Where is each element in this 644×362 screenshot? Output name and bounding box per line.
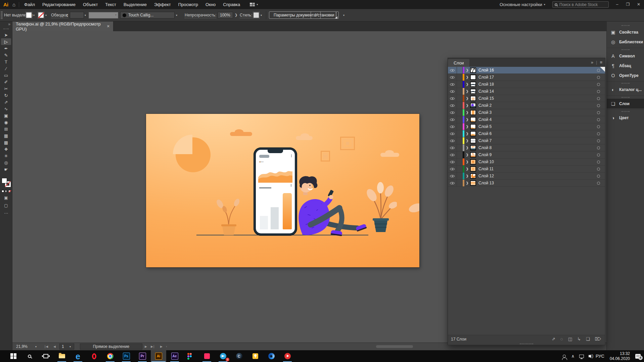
panel-resize-handle[interactable] — [448, 343, 605, 345]
menu-item-объект[interactable]: Объект — [79, 0, 101, 9]
type-tool[interactable]: T — [1, 58, 11, 65]
bounding-box-icon[interactable] — [336, 12, 336, 17]
dock-item-character[interactable]: AСимвол — [607, 51, 644, 61]
chevron-down-icon[interactable]: ▾ — [35, 343, 37, 350]
new-layer-icon[interactable]: ❏ — [586, 336, 590, 342]
expand-chevron-icon[interactable]: ❯ — [464, 146, 470, 149]
pen-tool[interactable]: ✒ — [1, 45, 11, 52]
clock[interactable]: 13:32 04.06.2020 — [610, 351, 630, 361]
layer-row[interactable]: ❯Слой 16 — [448, 67, 605, 74]
layer-name[interactable]: Слой 11 — [476, 167, 597, 171]
layer-name[interactable]: Слой 12 — [476, 174, 597, 178]
direct-selection-tool[interactable]: ▷ — [1, 38, 11, 45]
line-segment-tool[interactable]: ∕ — [1, 65, 11, 72]
visibility-cell[interactable] — [448, 88, 457, 95]
fill-color-swatch[interactable] — [26, 12, 32, 18]
expand-chevron-icon[interactable]: ❯ — [464, 69, 470, 72]
expand-chevron-icon[interactable]: ❯ — [464, 118, 470, 121]
expand-chevron-icon[interactable]: ❯ — [464, 90, 470, 93]
taskbar-illustrator[interactable]: Ai — [151, 350, 166, 362]
width-tool[interactable]: ∿ — [1, 105, 11, 112]
scissors-tool[interactable]: ✂ — [1, 85, 11, 92]
target-circle-icon[interactable] — [597, 153, 600, 156]
delete-layer-icon[interactable]: ⌦ — [595, 336, 601, 342]
visibility-cell[interactable] — [448, 137, 457, 144]
more-tools-icon[interactable]: ⋯ — [4, 211, 8, 216]
chevron-down-icon[interactable]: ▾ — [85, 14, 86, 17]
expand-chevron-icon[interactable]: ❯ — [464, 153, 470, 156]
none-button[interactable] — [8, 190, 11, 192]
taskbar-opera[interactable] — [86, 350, 102, 362]
layers-panel-tab[interactable]: Слои — [448, 59, 469, 67]
lock-cell[interactable] — [457, 180, 463, 186]
layer-name[interactable]: Слой 2 — [476, 103, 597, 108]
close-tab-icon[interactable]: ✕ — [104, 24, 110, 29]
visibility-cell[interactable] — [448, 67, 457, 74]
free-transform-tool[interactable]: ▣ — [1, 112, 11, 119]
curvature-tool[interactable]: ✎ — [1, 52, 11, 58]
layer-name[interactable]: Слой 16 — [476, 68, 597, 73]
expand-tools-icon[interactable]: » — [8, 22, 10, 27]
dock-item-layers[interactable]: ❏Слои — [607, 99, 644, 108]
prev-artboard-icon[interactable]: ◀ — [53, 343, 56, 350]
layer-row[interactable]: ❯Слой 5 — [448, 123, 605, 130]
expand-chevron-icon[interactable]: ❯ — [464, 125, 470, 128]
opacity-expand-icon[interactable]: ❯ — [235, 13, 237, 17]
layer-name[interactable]: Слой 15 — [476, 96, 597, 101]
menu-item-справка[interactable]: Справка — [219, 0, 244, 9]
chevron-down-icon[interactable]: ▾ — [45, 14, 47, 17]
visibility-cell[interactable] — [448, 116, 457, 123]
rotate-tool[interactable]: ↻ — [1, 92, 11, 99]
taskbar-task-view[interactable] — [38, 350, 53, 362]
dock-item-opentype[interactable]: OOpenType — [607, 71, 644, 80]
chevron-down-icon[interactable]: ▾ — [176, 14, 177, 17]
layer-row[interactable]: ❯Слой 15 — [448, 95, 605, 102]
network-icon[interactable] — [579, 355, 584, 358]
tools-drag-handle[interactable] — [3, 29, 9, 29]
lock-cell[interactable] — [457, 102, 463, 109]
zoom-tool[interactable]: ◎ — [1, 159, 11, 166]
lock-cell[interactable] — [457, 166, 463, 172]
chevron-down-icon[interactable]: ▾ — [70, 343, 71, 350]
shape-builder-tool[interactable]: ◉ — [1, 119, 11, 126]
current-tool-field[interactable]: Прямое выделение — [80, 344, 142, 350]
dock-item-paragraph[interactable]: ¶Абзац — [607, 61, 644, 71]
expand-chevron-icon[interactable]: ❯ — [464, 160, 470, 164]
scale-tool[interactable]: ⇗ — [1, 99, 11, 105]
minimize-button[interactable]: – — [612, 0, 623, 9]
lock-cell[interactable] — [457, 159, 463, 165]
target-circle-icon[interactable] — [597, 168, 600, 171]
blend-tool[interactable]: ❖ — [1, 146, 11, 152]
layer-row[interactable]: ❯Слой 2 — [448, 102, 605, 109]
panel-drag-handle[interactable] — [1, 11, 3, 19]
expand-chevron-icon[interactable]: ❯ — [464, 111, 470, 114]
layer-row[interactable]: ❯Слой 11 — [448, 166, 605, 173]
target-circle-icon[interactable] — [597, 111, 600, 114]
target-circle-icon[interactable] — [597, 146, 600, 149]
layer-row[interactable]: ❯Слой 7 — [448, 137, 605, 144]
expand-chevron-icon[interactable]: ❯ — [464, 76, 470, 79]
hidden-icons-chevron[interactable]: ∧ — [571, 354, 574, 359]
visibility-cell[interactable] — [448, 74, 457, 81]
layer-row[interactable]: ❯Слой 18 — [448, 81, 605, 88]
stroke-weight-value[interactable] — [70, 12, 84, 18]
lock-cell[interactable] — [457, 74, 463, 81]
expand-chevron-icon[interactable]: ❯ — [464, 97, 470, 100]
lock-cell[interactable] — [457, 95, 463, 102]
target-circle-icon[interactable] — [597, 125, 600, 128]
lock-cell[interactable] — [457, 144, 463, 151]
menu-item-выделение[interactable]: Выделение — [120, 0, 150, 9]
horizontal-scrollbar-thumb[interactable] — [376, 345, 413, 348]
brush-definition-dropdown[interactable]: Touch Callig... — [120, 12, 175, 18]
target-circle-icon[interactable] — [597, 104, 600, 107]
lock-cell[interactable] — [457, 137, 463, 144]
taskbar-explorer[interactable] — [54, 350, 70, 362]
symbol-sprayer-tool[interactable]: ✳ — [1, 152, 11, 159]
layer-row[interactable]: ❯Слой 17 — [448, 74, 605, 81]
lock-cell[interactable] — [457, 116, 463, 123]
visibility-cell[interactable] — [448, 180, 457, 186]
color-button[interactable] — [2, 190, 4, 192]
lock-cell[interactable] — [457, 173, 463, 179]
gradient-tool[interactable]: ▩ — [1, 139, 11, 146]
new-sublayer-icon[interactable]: ↳ — [577, 336, 581, 342]
